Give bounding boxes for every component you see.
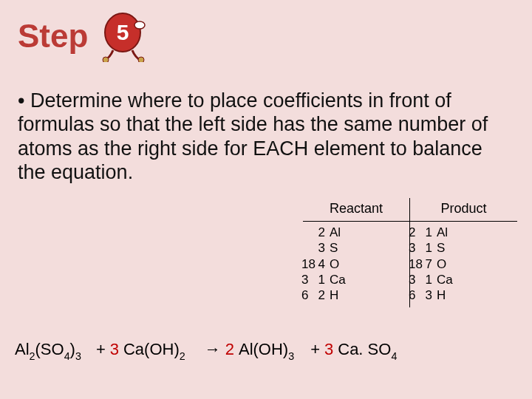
table-row: 26H (309, 287, 403, 303)
chemical-equation: Al2(SO4)3 + 3 Ca(OH)2 → 2 Al(OH)3 + 3 Ca… (15, 340, 397, 361)
table-header-product: Product (410, 198, 517, 222)
table-row: 13S (416, 240, 511, 256)
product-counts: 12Al 13S 718O 13Ca 36H (410, 222, 517, 307)
svg-point-2 (134, 21, 145, 29)
slide-title: Step (18, 18, 88, 55)
number-five-character-icon: 5 (98, 10, 150, 62)
product-2: Ca. SO4 (338, 340, 397, 361)
table-row: 3S (309, 240, 403, 256)
table-row: 36H (416, 287, 511, 303)
table-row: 718O (416, 256, 511, 272)
reaction-arrow: → (205, 340, 221, 359)
atom-count-table: Reactant Product 2Al 3S 418O 13Ca 26H 12… (303, 198, 517, 307)
slide-title-row: Step 5 (18, 10, 150, 62)
plus-sign: + (96, 340, 106, 359)
table-row: 12Al (416, 225, 511, 240)
table-row: 13Ca (416, 272, 511, 287)
plus-sign: + (310, 340, 320, 359)
coefficient: 2 (225, 340, 234, 359)
reactant-1: Al2(SO4)3 (15, 340, 81, 361)
svg-point-3 (103, 57, 109, 62)
product-1: Al(OH)3 (239, 340, 294, 361)
table-row: 418O (309, 256, 403, 272)
reactant-2: Ca(OH)2 (123, 340, 185, 361)
coefficient: 3 (110, 340, 119, 359)
slide-body-text: • Determine where to place coefficients … (18, 89, 514, 185)
coefficient: 3 (324, 340, 333, 359)
svg-text:5: 5 (117, 20, 129, 44)
table-header-reactant: Reactant (303, 198, 410, 222)
table-row: 2Al (309, 225, 403, 240)
svg-point-4 (138, 57, 144, 62)
table-row: 13Ca (309, 272, 403, 287)
reactant-counts: 2Al 3S 418O 13Ca 26H (303, 222, 410, 307)
